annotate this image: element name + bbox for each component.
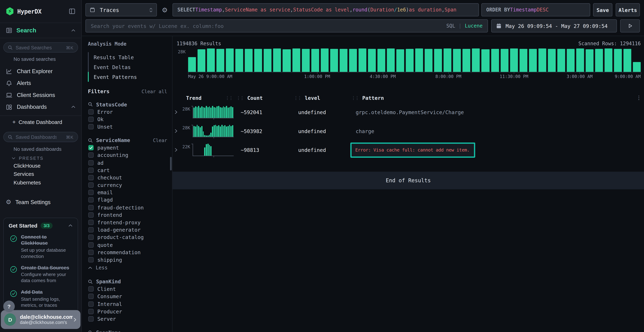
filter-option-error[interactable]: Error [88,108,167,116]
analysis-mode-event-patterns[interactable]: Event Patterns [89,72,167,82]
checkbox[interactable] [88,109,94,114]
search-icon[interactable] [88,102,93,107]
histogram-bar[interactable] [462,49,470,72]
table-row[interactable]: 22K~98813undefinedError: Visa cache full… [172,140,644,160]
filter-option-frontend-proxy[interactable]: frontend-proxy [88,218,167,226]
checkbox[interactable] [88,250,94,255]
column-drag-handle-icon[interactable]: ⋮⋮ [236,95,244,100]
column-drag-handle-icon[interactable]: ⋮⋮ [351,95,358,100]
column-header-trend[interactable]: Trend [186,95,202,101]
filter-option-fraud-detection[interactable]: fraud-detection [88,204,167,211]
filter-option-client[interactable]: Client [88,285,167,293]
histogram-bar[interactable] [567,49,574,72]
histogram-bar[interactable] [529,49,537,72]
save-button[interactable]: Save [593,3,612,16]
column-header-pattern[interactable]: Pattern [362,95,384,101]
histogram-bar[interactable] [245,49,253,72]
run-query-button[interactable] [620,19,640,32]
filter-option-quote[interactable]: quote [88,241,167,249]
source-settings-button[interactable]: ⚙ [157,3,172,16]
sidebar-item-search[interactable]: Search [0,23,82,38]
search-icon[interactable] [88,138,93,143]
histogram-bar[interactable] [510,49,518,72]
filter-option-load-generator[interactable]: load-generator [88,226,167,234]
filter-option-unset[interactable]: Unset [88,123,167,130]
histogram-bar[interactable] [188,57,196,72]
filter-option-flagd[interactable]: flagd [88,196,167,204]
histogram-bar[interactable] [633,62,641,72]
preset-clickhouse[interactable]: ClickHouse [0,161,82,170]
histogram-bar[interactable] [273,49,281,72]
user-account-chip[interactable]: D dale@clickhouse.com dale@clickhouse.co… [1,310,80,329]
histogram-bar[interactable] [472,48,480,72]
histogram-bar[interactable] [586,49,594,72]
histogram-bar[interactable] [434,49,442,72]
histogram-bar[interactable] [283,49,291,72]
histogram-bar[interactable] [595,49,603,72]
preset-kubernetes[interactable]: Kubernetes [0,178,82,186]
checkbox[interactable] [88,220,94,225]
checkbox[interactable] [88,205,94,210]
expand-row-icon[interactable] [174,110,180,115]
histogram-bar[interactable] [340,49,348,72]
pattern-text[interactable]: charge [351,128,374,134]
column-header-level[interactable]: level [305,95,320,101]
table-menu-icon[interactable]: ⋮ [636,94,642,100]
checkbox[interactable] [88,197,94,203]
saved-dashboards-input[interactable]: ⌘K [3,132,78,142]
histogram-bar[interactable] [500,49,508,72]
get-started-step-connect[interactable]: Connect to ClickHouse Set up your databa… [8,234,73,260]
pattern-text[interactable]: grpc.oteldemo.PaymentService/Charge [351,109,464,115]
histogram-bar[interactable] [453,49,461,72]
histogram-bar[interactable] [311,49,319,72]
show-less-toggle[interactable]: Less [88,264,167,272]
histogram-bar[interactable] [538,48,546,72]
alerts-button[interactable]: Alerts [616,3,640,16]
column-drag-handle-icon[interactable]: ⋮⋮ [225,95,232,100]
checkbox[interactable] [88,117,94,122]
filter-option-accounting[interactable]: accounting [88,152,167,159]
filter-option-consumer[interactable]: Consumer [88,293,167,300]
saved-searches-input[interactable]: ⌘K [3,42,78,52]
sidebar-item-alerts[interactable]: Alerts [0,77,82,89]
filter-option-payment[interactable]: payment [88,144,167,152]
histogram-bar[interactable] [198,49,205,72]
clear-all-filters-link[interactable]: Clear all [142,89,167,94]
event-search-input[interactable] [91,23,442,29]
histogram-bar[interactable] [349,49,357,72]
filter-option-product-catalog[interactable]: product-catalog [88,234,167,241]
sidebar-item-client-sessions[interactable]: Client Sessions [0,89,82,101]
checkbox[interactable] [88,182,94,188]
get-started-step-add-data[interactable]: Add Data Start sending logs, metrics, or… [8,289,73,308]
checkbox[interactable] [88,145,94,150]
histogram-bar[interactable] [548,49,556,72]
analysis-mode-results-table[interactable]: Results Table [89,52,167,62]
checkbox[interactable] [88,124,94,129]
histogram-plot[interactable] [188,48,641,72]
saved-searches-field[interactable] [16,44,57,50]
checkbox[interactable] [88,212,94,218]
collapse-sidebar-icon[interactable] [68,8,76,15]
create-dashboard-button[interactable]: + Create Dashboard [0,116,82,128]
event-search-bar[interactable]: SQL | Lucene [86,19,488,32]
histogram-bar[interactable] [415,48,423,72]
histogram-bar[interactable] [614,49,622,72]
histogram-bar[interactable] [396,49,404,72]
checkbox[interactable] [88,286,94,292]
language-toggle-sql[interactable]: SQL [446,23,455,29]
get-started-step-data-sources[interactable]: Create Data Sources Configure where your… [8,265,73,284]
histogram-bar[interactable] [302,49,310,72]
saved-dashboards-field[interactable] [16,134,57,140]
histogram-bar[interactable] [264,49,272,72]
sidebar-item-chart-explorer[interactable]: Chart Explorer [0,65,82,77]
filter-option-internal[interactable]: Internal [88,300,167,308]
checkbox[interactable] [88,160,94,165]
date-range-picker[interactable]: May 26 09:09:54 - May 27 09:09:54 [491,19,617,32]
expand-row-icon[interactable] [174,128,180,134]
chevron-up-icon[interactable] [71,105,76,109]
checkbox[interactable] [88,316,94,322]
histogram-bar[interactable] [368,49,376,72]
analysis-mode-event-deltas[interactable]: Event Deltas [89,62,167,72]
expand-row-icon[interactable] [174,148,180,152]
preset-services[interactable]: Services [0,170,82,178]
